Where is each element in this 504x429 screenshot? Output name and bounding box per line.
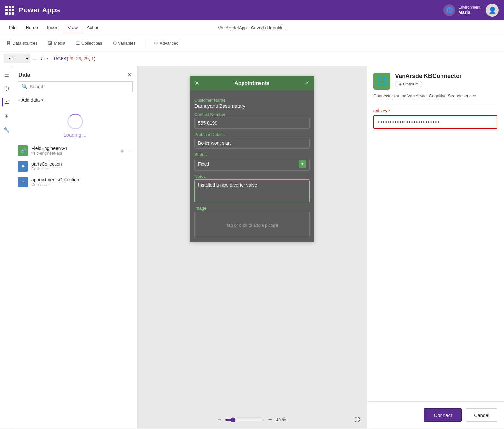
- loading-spinner: [67, 114, 83, 129]
- parts-collection-icon: ≡: [18, 161, 28, 172]
- connector-info: VanArsdelKBConnector ◈ Premium: [395, 73, 497, 87]
- right-panel: 🌐 VanArsdelKBConnector ◈ Premium Connect…: [367, 66, 504, 428]
- connector-description: Connector for the Van Arsdel Cognitive S…: [367, 93, 504, 103]
- sidebar-data-icon[interactable]: 🗃: [2, 98, 11, 107]
- sidebar-layers-icon[interactable]: ⬡: [2, 84, 11, 93]
- canvas-area: ✕ Appointments ✓ Customer Name Damayanti…: [137, 66, 367, 428]
- expand-canvas-button[interactable]: ⛶: [355, 417, 360, 423]
- problem-details-label: Problem Details: [194, 132, 310, 137]
- appointments-collection-info: appointmentsCollection Collection: [31, 177, 133, 187]
- cancel-button[interactable]: Cancel: [466, 408, 497, 422]
- topbar: Power Apps 🌐 Environment Maria 👤: [0, 0, 504, 20]
- formula-dropdown-arrow[interactable]: ▾: [46, 56, 48, 61]
- sidebar-connections-icon[interactable]: ⊞: [2, 111, 11, 121]
- data-panel-header: Data ✕: [13, 66, 137, 81]
- connector-header: 🌐 VanArsdelKBConnector ◈ Premium: [367, 66, 504, 93]
- zoom-slider[interactable]: [225, 417, 264, 422]
- contact-number-label: Contact Number: [194, 112, 310, 117]
- zoom-out-button[interactable]: −: [218, 416, 222, 423]
- api-key-input-row: [374, 116, 497, 128]
- search-box[interactable]: 🔍: [18, 81, 133, 92]
- zoom-percentage: 40 %: [276, 417, 286, 422]
- main-layout: ☰ ⬡ 🗃 ⊞ 🔧 Data ✕ 🔍 + Add data ▾ Loading …: [0, 66, 504, 428]
- notes-label: Notes: [194, 174, 310, 179]
- collections-icon: ☰: [76, 41, 80, 46]
- menu-home[interactable]: Home: [22, 22, 42, 33]
- environment-info: 🌐 Environment Maria: [443, 4, 480, 16]
- data-item-field-engineer[interactable]: 🔗 FieldEngineerAPI field-engineer-api ◈ …: [13, 143, 137, 159]
- toolbar-collections[interactable]: ☰ Collections: [73, 39, 105, 47]
- connect-button[interactable]: Connect: [424, 408, 462, 422]
- saved-status: VanArsdelApp - Saved (Unpubli...: [218, 25, 286, 30]
- environment-icon: 🌐: [443, 4, 455, 16]
- formula-bar: Fill = fx ▾ RGBA(29, 29, 29, 1): [0, 51, 504, 66]
- connector-name: VanArsdelKBConnector: [395, 73, 497, 80]
- canvas-controls: − + 40 % ⛶: [137, 416, 367, 423]
- image-label: Image: [194, 206, 310, 211]
- toolbar-data-sources[interactable]: 🗄 Data sources: [4, 39, 40, 47]
- data-item-appointments-collection[interactable]: ≡ appointmentsCollection Collection: [13, 174, 137, 190]
- data-item-parts-collection[interactable]: ≡ partsCollection Collection: [13, 159, 137, 174]
- problem-details-input[interactable]: Boiler wont start: [194, 138, 310, 149]
- loading-area: Loading ...: [13, 106, 137, 143]
- connector-icon: 🌐: [373, 73, 390, 90]
- contact-number-input[interactable]: 555-0199: [194, 118, 310, 129]
- search-input[interactable]: [30, 84, 129, 89]
- advanced-icon: ⚙: [154, 41, 158, 46]
- api-key-form: api-key *: [367, 103, 504, 134]
- app-check-icon[interactable]: ✓: [305, 80, 310, 87]
- premium-icon: ◈: [120, 148, 124, 153]
- customer-name-label: Customer Name: [194, 98, 310, 103]
- data-panel-title: Data: [18, 72, 30, 78]
- environment-text: Environment Maria: [459, 5, 480, 15]
- api-key-label: api-key *: [373, 108, 497, 113]
- zoom-in-button[interactable]: +: [268, 416, 272, 423]
- app-header: ✕ Appointments ✓: [190, 76, 314, 90]
- app-close-icon[interactable]: ✕: [194, 80, 199, 87]
- add-data-button[interactable]: + Add data ▾: [13, 95, 137, 106]
- parts-collection-info: partsCollection Collection: [31, 161, 133, 171]
- toolbar: 🗄 Data sources 🖼 Media ☰ Collections ⬡ V…: [0, 35, 504, 51]
- premium-badge: ◈ Premium: [395, 81, 422, 87]
- toolbar-variables[interactable]: ⬡ Variables: [110, 39, 138, 47]
- fx-indicator: fx ▾: [38, 56, 51, 61]
- toolbar-separator: [145, 39, 145, 47]
- menu-action[interactable]: Action: [83, 22, 103, 33]
- search-icon: 🔍: [21, 84, 28, 90]
- api-key-input[interactable]: [374, 116, 444, 128]
- app-content: Customer Name Damayanti Basumatary Conta…: [190, 90, 314, 242]
- toolbar-advanced[interactable]: ⚙ Advanced: [152, 39, 181, 47]
- connector-buttons: Connect Cancel: [367, 401, 504, 428]
- menu-file[interactable]: File: [5, 22, 21, 33]
- data-sources-icon: 🗄: [7, 41, 11, 46]
- image-upload-area[interactable]: Tap or click to add a picture: [194, 212, 310, 238]
- app-header-title: Appointments: [234, 80, 270, 86]
- appointments-collection-icon: ≡: [18, 177, 28, 187]
- fill-dropdown[interactable]: Fill: [4, 54, 30, 63]
- field-engineer-icon: 🔗: [18, 145, 28, 156]
- menu-view[interactable]: View: [64, 22, 81, 33]
- app-canvas: ✕ Appointments ✓ Customer Name Damayanti…: [190, 76, 314, 242]
- formula-content[interactable]: RGBA(29, 29, 29, 1): [54, 56, 95, 61]
- menu-insert[interactable]: Insert: [43, 22, 63, 33]
- sidebar-tools-icon[interactable]: 🔧: [2, 125, 11, 134]
- user-avatar[interactable]: 👤: [486, 4, 499, 17]
- field-engineer-info: FieldEngineerAPI field-engineer-api: [31, 146, 117, 156]
- data-panel-close-button[interactable]: ✕: [127, 71, 132, 79]
- sidebar-hamburger-icon[interactable]: ☰: [2, 70, 11, 79]
- variables-icon: ⬡: [113, 41, 117, 46]
- status-select[interactable]: Fixed ▾: [194, 158, 310, 171]
- toolbar-media[interactable]: 🖼 Media: [45, 39, 68, 47]
- status-label: Status: [194, 152, 310, 157]
- notes-textarea[interactable]: Installed a new diverter valve: [194, 179, 310, 202]
- premium-diamond-icon: ◈: [399, 82, 402, 86]
- grid-icon[interactable]: [5, 6, 14, 15]
- customer-name-value: Damayanti Basumatary: [194, 103, 310, 109]
- image-placeholder-text: Tap or click to add a picture: [226, 223, 278, 228]
- more-options-icon[interactable]: ⋯: [127, 148, 133, 154]
- left-sidebar: ☰ ⬡ 🗃 ⊞ 🔧: [0, 66, 13, 428]
- loading-text: Loading ...: [63, 132, 86, 138]
- media-icon: 🖼: [48, 41, 52, 46]
- add-data-chevron-icon: ▾: [41, 98, 43, 102]
- fill-selector: Fill: [4, 54, 30, 63]
